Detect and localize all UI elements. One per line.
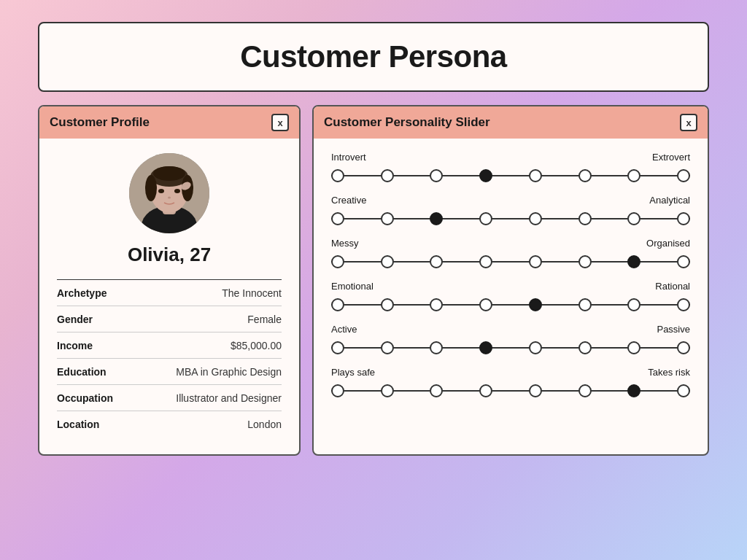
- slider-node-4-7[interactable]: [677, 341, 690, 354]
- profile-panel-title: Customer Profile: [50, 115, 150, 130]
- profile-field-label: Education: [57, 359, 169, 385]
- slider-left-label: Creative: [331, 195, 366, 206]
- avatar-container: [57, 153, 282, 233]
- profile-table-row: Education MBA in Graphic Design: [57, 359, 282, 385]
- slider-node-2-7[interactable]: [677, 255, 690, 268]
- slider-node-2-1[interactable]: [381, 255, 394, 268]
- slider-node-3-4[interactable]: [529, 298, 542, 311]
- slider-node-4-6[interactable]: [627, 341, 640, 354]
- profile-body: Olivia, 27 Archetype The Innocent Gender…: [39, 139, 299, 454]
- slider-node-3-2[interactable]: [430, 298, 443, 311]
- profile-field-label: Archetype: [57, 280, 169, 306]
- slider-node-4-1[interactable]: [381, 341, 394, 354]
- slider-node-5-5[interactable]: [578, 384, 592, 397]
- slider-track-container-2[interactable]: [331, 253, 690, 271]
- slider-labels-2: Messy Organised: [331, 238, 690, 249]
- slider-node-5-4[interactable]: [529, 384, 542, 397]
- slider-node-4-4[interactable]: [529, 341, 542, 354]
- profile-table: Archetype The Innocent Gender Female Inc…: [57, 280, 282, 437]
- header-box: Customer Persona: [38, 22, 709, 92]
- slider-nodes-4: [331, 341, 690, 354]
- profile-panel-header: Customer Profile x: [39, 106, 299, 139]
- slider-node-1-1[interactable]: [381, 212, 394, 225]
- slider-node-0-2[interactable]: [430, 169, 443, 182]
- slider-node-1-6[interactable]: [627, 212, 640, 225]
- slider-node-1-7[interactable]: [677, 212, 690, 225]
- slider-track-container-0[interactable]: [331, 167, 690, 184]
- slider-track-3: [331, 304, 690, 306]
- profile-field-label: Gender: [57, 306, 169, 332]
- svg-point-6: [153, 166, 185, 181]
- slider-track-container-5[interactable]: [331, 382, 690, 400]
- slider-node-3-6[interactable]: [627, 298, 640, 311]
- slider-node-5-6[interactable]: [627, 384, 640, 397]
- slider-right-label: Analytical: [649, 195, 690, 206]
- slider-node-1-3[interactable]: [479, 212, 492, 225]
- slider-node-5-7[interactable]: [677, 384, 690, 397]
- slider-track-container-3[interactable]: [331, 296, 690, 314]
- slider-track-0: [331, 175, 690, 176]
- slider-node-5-1[interactable]: [381, 384, 394, 397]
- slider-node-0-7[interactable]: [677, 169, 690, 182]
- personality-panel-title: Customer Personality Slider: [324, 115, 490, 130]
- slider-node-1-5[interactable]: [578, 212, 592, 225]
- slider-node-4-0[interactable]: [331, 341, 344, 354]
- profile-table-row: Gender Female: [57, 306, 282, 332]
- slider-node-3-3[interactable]: [479, 298, 492, 311]
- slider-node-3-0[interactable]: [331, 298, 344, 311]
- slider-track-5: [331, 390, 690, 392]
- slider-node-0-1[interactable]: [381, 169, 394, 182]
- profile-name: Olivia, 27: [57, 244, 282, 266]
- main-content: Customer Profile x: [38, 105, 709, 456]
- profile-field-value: Female: [169, 306, 282, 332]
- svg-point-11: [168, 197, 171, 199]
- slider-node-3-5[interactable]: [578, 298, 592, 311]
- profile-field-value: The Innocent: [169, 280, 282, 306]
- slider-node-2-4[interactable]: [529, 255, 542, 268]
- slider-node-3-1[interactable]: [381, 298, 394, 311]
- slider-node-0-5[interactable]: [578, 169, 592, 182]
- slider-row-2: Messy Organised: [331, 238, 690, 271]
- slider-node-2-6[interactable]: [627, 255, 640, 268]
- slider-left-label: Active: [331, 324, 357, 335]
- slider-node-5-0[interactable]: [331, 384, 344, 397]
- personality-close-button[interactable]: x: [680, 114, 697, 131]
- profile-table-row: Income $85,000.00: [57, 332, 282, 359]
- slider-left-label: Messy: [331, 238, 359, 249]
- profile-close-button[interactable]: x: [271, 114, 289, 131]
- svg-point-9: [158, 189, 164, 193]
- personality-panel-header: Customer Personality Slider x: [314, 106, 708, 139]
- slider-node-4-3[interactable]: [479, 341, 492, 354]
- slider-nodes-5: [331, 384, 690, 397]
- slider-node-1-4[interactable]: [529, 212, 542, 225]
- slider-track-4: [331, 347, 690, 349]
- slider-node-0-3[interactable]: [479, 169, 492, 182]
- slider-node-0-6[interactable]: [627, 169, 640, 182]
- slider-node-5-3[interactable]: [479, 384, 492, 397]
- profile-table-row: Occupation Illustrator and Designer: [57, 385, 282, 411]
- slider-node-4-2[interactable]: [430, 341, 443, 354]
- slider-row-0: Introvert Extrovert: [331, 152, 690, 184]
- slider-node-5-2[interactable]: [430, 384, 443, 397]
- slider-node-2-5[interactable]: [578, 255, 592, 268]
- slider-node-0-4[interactable]: [529, 169, 542, 182]
- profile-field-label: Location: [57, 411, 169, 438]
- slider-track-container-1[interactable]: [331, 210, 690, 228]
- slider-right-label: Organised: [646, 238, 690, 249]
- svg-point-7: [145, 175, 157, 201]
- slider-node-2-2[interactable]: [430, 255, 443, 268]
- slider-node-3-7[interactable]: [677, 298, 690, 311]
- slider-node-1-2[interactable]: [430, 212, 443, 225]
- slider-node-2-3[interactable]: [479, 255, 492, 268]
- slider-right-label: Takes risk: [648, 367, 690, 378]
- slider-labels-1: Creative Analytical: [331, 195, 690, 206]
- slider-labels-4: Active Passive: [331, 324, 690, 335]
- slider-node-1-0[interactable]: [331, 212, 344, 225]
- slider-row-3: Emotional Rational: [331, 281, 690, 314]
- slider-node-4-5[interactable]: [578, 341, 592, 354]
- slider-track-container-4[interactable]: [331, 339, 690, 357]
- profile-field-value: $85,000.00: [169, 332, 282, 359]
- slider-node-0-0[interactable]: [331, 169, 344, 182]
- slider-nodes-3: [331, 298, 690, 311]
- slider-node-2-0[interactable]: [331, 255, 344, 268]
